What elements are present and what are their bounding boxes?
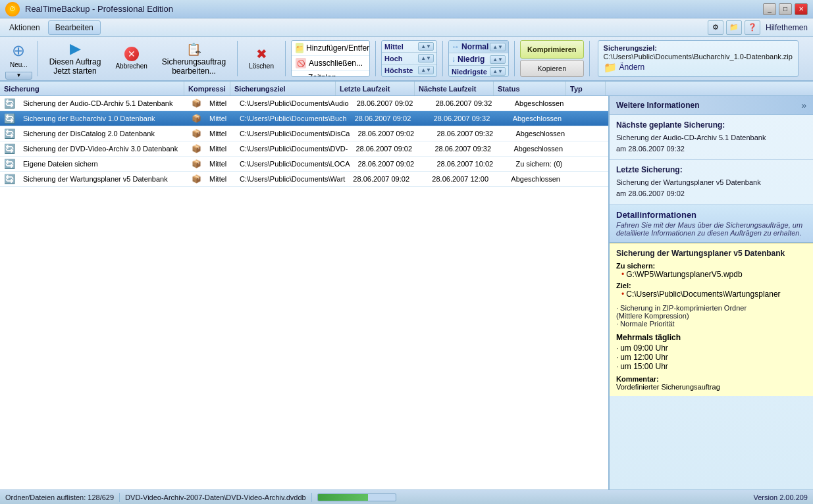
loschen-button[interactable]: ✖ Löschen: [243, 40, 280, 77]
nachste-sicherung-text: Sicherung der Audio-CD-Archiv 5.1 Datenb…: [616, 132, 806, 154]
letzte-sicherung-text: Sicherung der Wartungsplaner v5 Datenban…: [616, 177, 806, 199]
toolbar-folder-icon[interactable]: 📁: [726, 20, 742, 35]
version-label: Version 2.00.209: [753, 493, 808, 501]
komprimieren-button[interactable]: Komprimieren: [520, 40, 584, 59]
row-status: Abgeschlossen: [510, 143, 582, 155]
row-icon: 🔄: [0, 96, 19, 111]
neu-dropdown-arrow[interactable]: ▼: [5, 72, 32, 80]
row-sicherungsziel: C:\Users\Public\Documents\DVD-: [236, 143, 352, 155]
row-kompression: Mittel: [205, 97, 236, 109]
hilfethemen-link[interactable]: Hilfethemen: [763, 23, 810, 32]
toolbar-help-icon[interactable]: ❓: [745, 20, 760, 35]
abbrechen-button[interactable]: ✕ Abbrechen: [109, 40, 153, 77]
main-table: 🔄 Sicherung der Audio-CD-Archiv 5.1 Date…: [0, 96, 609, 490]
col-typ[interactable]: Typ: [566, 82, 606, 95]
right-panel-header: Weitere Informationen »: [610, 96, 813, 115]
hoch-arrow[interactable]: ▲▼: [418, 54, 434, 63]
delete-icon: ✖: [256, 47, 267, 61]
niedrig-option[interactable]: ↓ Niedrig ▲▼: [449, 53, 508, 66]
jetzt-starten-button[interactable]: ▶ Diesen AuftragJetzt starten: [43, 40, 107, 77]
row-kompression-icon: 📦: [188, 127, 205, 140]
rp-title: Weitere Informationen: [616, 101, 699, 110]
niedrigste-arrow[interactable]: ▲▼: [490, 67, 506, 76]
hoch-option[interactable]: Hoch ▲▼: [382, 53, 436, 64]
zu-sichern-group: Zu sichern: • G:\WP5\WartungsplanerV5.wp…: [616, 262, 806, 279]
row-status: Abgeschlossen: [509, 113, 581, 124]
hochste-arrow[interactable]: ▲▼: [418, 66, 434, 74]
col-letzte-laufzeit[interactable]: Letzte Laufzeit: [336, 82, 415, 95]
mehrmals-item-3: · um 15:00 Uhr: [616, 362, 806, 371]
row-sicherungsziel: C:\Users\Public\Documents\Buch: [236, 113, 351, 124]
row-kompression: Mittel: [205, 143, 236, 155]
separator-6: [514, 41, 515, 76]
neu-main-button[interactable]: ⊕ Neu...: [5, 38, 32, 72]
row-icon: 🔄: [0, 172, 19, 186]
table-row[interactable]: 🔄 Eigene Dateien sichern 📦 Mittel C:\Use…: [0, 157, 608, 172]
row-status: Zu sichern: (0): [512, 158, 585, 170]
hochste-option[interactable]: Höchste ▲▼: [382, 64, 436, 76]
window-title: RealTimeBackup - Professional Edition: [25, 4, 173, 14]
niedrigste-option[interactable]: Niedrigste ▲▼: [449, 66, 508, 77]
wartungsplaner-title: Sicherung der Wartungsplaner v5 Datenban…: [616, 249, 806, 258]
close-button[interactable]: ✕: [795, 3, 808, 15]
hinzufugen-icon: 📁: [296, 43, 303, 53]
compression-group: Mittel ▲▼ Hoch ▲▼ Höchste ▲▼: [381, 40, 437, 77]
col-status[interactable]: Status: [494, 82, 566, 95]
zeitplan-button[interactable]: 🕐 Zeitplan ändern...: [292, 71, 369, 77]
mittel-option[interactable]: Mittel ▲▼: [382, 41, 436, 53]
kommentar-text: Vordefinierter Sicherungsauftrag: [616, 383, 806, 391]
ausschliessen-button[interactable]: 🚫 Ausschließen...: [292, 56, 369, 71]
mehrmals-item-1: · um 09:00 Uhr: [616, 343, 806, 353]
minimize-button[interactable]: _: [763, 3, 776, 15]
niedrig-arrow[interactable]: ▲▼: [490, 55, 506, 64]
row-nachste-laufzeit: 28.06.2007 10:02: [433, 158, 512, 170]
table-row[interactable]: 🔄 Sicherung der Audio-CD-Archiv 5.1 Date…: [0, 96, 608, 111]
letzte-sicherung-section: Letzte Sicherung: Sicherung der Wartungs…: [610, 160, 813, 205]
col-sicherung[interactable]: Sicherung: [0, 82, 184, 95]
table-row[interactable]: 🔄 Sicherung der Bucharchiv 1.0 Datenbank…: [0, 111, 608, 126]
mittel-arrow[interactable]: ▲▼: [418, 42, 434, 51]
separator-1: [38, 41, 38, 76]
mehrmals-group: Mehrmals täglich · um 09:00 Uhr · um 12:…: [616, 333, 806, 371]
row-letzte-laufzeit: 28.06.2007 09:02: [354, 128, 433, 139]
row-sicherung: Sicherung der Bucharchiv 1.0 Datenbank: [19, 113, 188, 124]
status-sep-2: [311, 493, 312, 502]
sicherungsauftrag-button[interactable]: 📋 ✏ Sicherungsauftragbearbeiten...: [156, 40, 232, 77]
status-sep-1: [119, 493, 120, 502]
normal-label: Normal: [461, 42, 488, 51]
maximize-button[interactable]: □: [779, 3, 792, 15]
sicherungsauftrag-label: Sicherungsauftragbearbeiten...: [162, 57, 226, 76]
mehrmals-title: Mehrmals täglich: [616, 333, 806, 342]
row-icon: 🔄: [0, 157, 19, 171]
normal-option[interactable]: ↔ Normal ▲▼: [449, 41, 508, 53]
menu-aktionen[interactable]: Aktionen: [3, 21, 47, 34]
kommentar-label: Kommentar:: [616, 375, 806, 383]
toolbar-settings-icon[interactable]: ⚙: [708, 20, 723, 35]
rp-expand-button[interactable]: »: [801, 100, 806, 111]
separator-4: [375, 41, 376, 76]
col-kompression[interactable]: Kompressi: [184, 82, 230, 95]
table-row[interactable]: 🔄 Sicherung der DisCatalog 2.0 Datenbank…: [0, 126, 608, 141]
normal-arrow[interactable]: ▲▼: [490, 43, 506, 51]
table-row[interactable]: 🔄 Sicherung der Wartungsplaner v5 Datenb…: [0, 172, 608, 187]
menu-bearbeiten[interactable]: Bearbeiten: [48, 20, 101, 35]
andern-button[interactable]: 📁 Ändern: [604, 61, 793, 74]
sicherungsziel-panel: Sicherungsziel: C:\Users\Public\Document…: [598, 40, 799, 77]
table-row[interactable]: 🔄 Sicherung der DVD-Video-Archiv 3.0 Dat…: [0, 141, 608, 157]
separator-5: [442, 41, 443, 76]
col-nachste-laufzeit[interactable]: Nächste Laufzeit: [415, 82, 494, 95]
col-sicherungsziel[interactable]: Sicherungsziel: [230, 82, 336, 95]
stop-icon: ✕: [124, 47, 139, 61]
zu-sichern-item: • G:\WP5\WartungsplanerV5.wpdb: [621, 270, 806, 279]
separator-3: [285, 41, 286, 76]
nachste-sicherung-section: Nächste geplante Sicherung: Sicherung de…: [610, 115, 813, 160]
row-nachste-laufzeit: 28.06.2007 09:32: [431, 143, 510, 155]
priority-group: ↔ Normal ▲▼ ↓ Niedrig ▲▼ Niedrigste ▲▼: [448, 40, 509, 77]
kopieren-button[interactable]: Kopieren: [520, 60, 584, 77]
hinzufugen-button[interactable]: 📁 Hinzufügen/Entfernen...: [292, 41, 369, 56]
row-nachste-laufzeit: 28.06.2007 12:00: [428, 173, 507, 185]
row-kompression: Mittel: [205, 113, 236, 124]
row-kompression: Mittel: [205, 158, 236, 170]
row-kompression-icon: 📦: [188, 112, 205, 125]
neu-label: Neu...: [10, 61, 28, 68]
